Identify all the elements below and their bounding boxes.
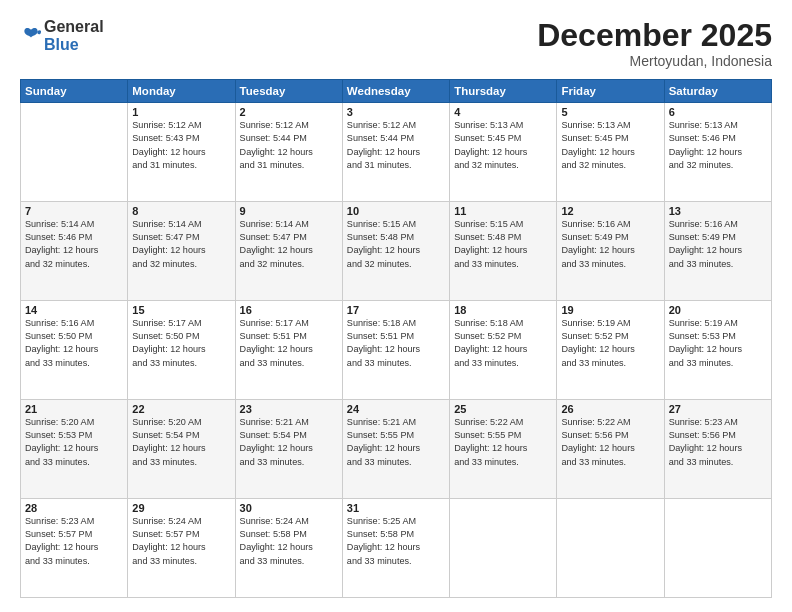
table-row: 13Sunrise: 5:16 AMSunset: 5:49 PMDayligh… xyxy=(664,202,771,301)
table-row: 26Sunrise: 5:22 AMSunset: 5:56 PMDayligh… xyxy=(557,400,664,499)
logo: General Blue xyxy=(20,18,104,54)
col-monday: Monday xyxy=(128,80,235,103)
day-info: Sunrise: 5:20 AMSunset: 5:54 PMDaylight:… xyxy=(132,416,230,469)
day-number: 5 xyxy=(561,106,659,118)
day-number: 28 xyxy=(25,502,123,514)
table-row: 1Sunrise: 5:12 AMSunset: 5:43 PMDaylight… xyxy=(128,103,235,202)
col-tuesday: Tuesday xyxy=(235,80,342,103)
table-row: 12Sunrise: 5:16 AMSunset: 5:49 PMDayligh… xyxy=(557,202,664,301)
day-info: Sunrise: 5:22 AMSunset: 5:56 PMDaylight:… xyxy=(561,416,659,469)
table-row xyxy=(557,499,664,598)
table-row: 7Sunrise: 5:14 AMSunset: 5:46 PMDaylight… xyxy=(21,202,128,301)
day-info: Sunrise: 5:16 AMSunset: 5:49 PMDaylight:… xyxy=(561,218,659,271)
table-row: 18Sunrise: 5:18 AMSunset: 5:52 PMDayligh… xyxy=(450,301,557,400)
day-number: 16 xyxy=(240,304,338,316)
day-info: Sunrise: 5:13 AMSunset: 5:45 PMDaylight:… xyxy=(454,119,552,172)
table-row: 4Sunrise: 5:13 AMSunset: 5:45 PMDaylight… xyxy=(450,103,557,202)
day-number: 7 xyxy=(25,205,123,217)
day-info: Sunrise: 5:25 AMSunset: 5:58 PMDaylight:… xyxy=(347,515,445,568)
day-number: 31 xyxy=(347,502,445,514)
day-info: Sunrise: 5:16 AMSunset: 5:50 PMDaylight:… xyxy=(25,317,123,370)
day-number: 22 xyxy=(132,403,230,415)
col-wednesday: Wednesday xyxy=(342,80,449,103)
table-row: 11Sunrise: 5:15 AMSunset: 5:48 PMDayligh… xyxy=(450,202,557,301)
table-row: 31Sunrise: 5:25 AMSunset: 5:58 PMDayligh… xyxy=(342,499,449,598)
day-number: 9 xyxy=(240,205,338,217)
table-row: 14Sunrise: 5:16 AMSunset: 5:50 PMDayligh… xyxy=(21,301,128,400)
day-number: 10 xyxy=(347,205,445,217)
day-number: 4 xyxy=(454,106,552,118)
day-info: Sunrise: 5:24 AMSunset: 5:58 PMDaylight:… xyxy=(240,515,338,568)
logo-bird-icon xyxy=(20,25,42,47)
table-row: 22Sunrise: 5:20 AMSunset: 5:54 PMDayligh… xyxy=(128,400,235,499)
col-saturday: Saturday xyxy=(664,80,771,103)
table-row: 20Sunrise: 5:19 AMSunset: 5:53 PMDayligh… xyxy=(664,301,771,400)
col-thursday: Thursday xyxy=(450,80,557,103)
table-row: 5Sunrise: 5:13 AMSunset: 5:45 PMDaylight… xyxy=(557,103,664,202)
day-number: 15 xyxy=(132,304,230,316)
header-row: Sunday Monday Tuesday Wednesday Thursday… xyxy=(21,80,772,103)
table-row: 10Sunrise: 5:15 AMSunset: 5:48 PMDayligh… xyxy=(342,202,449,301)
day-info: Sunrise: 5:21 AMSunset: 5:55 PMDaylight:… xyxy=(347,416,445,469)
day-number: 12 xyxy=(561,205,659,217)
table-row: 27Sunrise: 5:23 AMSunset: 5:56 PMDayligh… xyxy=(664,400,771,499)
week-row-3: 21Sunrise: 5:20 AMSunset: 5:53 PMDayligh… xyxy=(21,400,772,499)
day-info: Sunrise: 5:24 AMSunset: 5:57 PMDaylight:… xyxy=(132,515,230,568)
day-info: Sunrise: 5:13 AMSunset: 5:45 PMDaylight:… xyxy=(561,119,659,172)
table-row: 23Sunrise: 5:21 AMSunset: 5:54 PMDayligh… xyxy=(235,400,342,499)
day-number: 25 xyxy=(454,403,552,415)
table-row: 9Sunrise: 5:14 AMSunset: 5:47 PMDaylight… xyxy=(235,202,342,301)
day-number: 29 xyxy=(132,502,230,514)
table-row: 15Sunrise: 5:17 AMSunset: 5:50 PMDayligh… xyxy=(128,301,235,400)
table-row xyxy=(664,499,771,598)
table-row: 30Sunrise: 5:24 AMSunset: 5:58 PMDayligh… xyxy=(235,499,342,598)
day-number: 23 xyxy=(240,403,338,415)
day-number: 2 xyxy=(240,106,338,118)
day-info: Sunrise: 5:21 AMSunset: 5:54 PMDaylight:… xyxy=(240,416,338,469)
table-row: 8Sunrise: 5:14 AMSunset: 5:47 PMDaylight… xyxy=(128,202,235,301)
col-sunday: Sunday xyxy=(21,80,128,103)
day-number: 19 xyxy=(561,304,659,316)
table-row: 24Sunrise: 5:21 AMSunset: 5:55 PMDayligh… xyxy=(342,400,449,499)
table-row: 3Sunrise: 5:12 AMSunset: 5:44 PMDaylight… xyxy=(342,103,449,202)
day-info: Sunrise: 5:12 AMSunset: 5:44 PMDaylight:… xyxy=(347,119,445,172)
day-info: Sunrise: 5:14 AMSunset: 5:46 PMDaylight:… xyxy=(25,218,123,271)
day-info: Sunrise: 5:23 AMSunset: 5:56 PMDaylight:… xyxy=(669,416,767,469)
day-info: Sunrise: 5:12 AMSunset: 5:43 PMDaylight:… xyxy=(132,119,230,172)
table-row: 6Sunrise: 5:13 AMSunset: 5:46 PMDaylight… xyxy=(664,103,771,202)
calendar-table: Sunday Monday Tuesday Wednesday Thursday… xyxy=(20,79,772,598)
day-info: Sunrise: 5:20 AMSunset: 5:53 PMDaylight:… xyxy=(25,416,123,469)
day-number: 24 xyxy=(347,403,445,415)
day-number: 11 xyxy=(454,205,552,217)
day-info: Sunrise: 5:23 AMSunset: 5:57 PMDaylight:… xyxy=(25,515,123,568)
day-info: Sunrise: 5:17 AMSunset: 5:50 PMDaylight:… xyxy=(132,317,230,370)
day-number: 20 xyxy=(669,304,767,316)
day-info: Sunrise: 5:18 AMSunset: 5:52 PMDaylight:… xyxy=(454,317,552,370)
logo-blue-text: Blue xyxy=(44,36,79,53)
table-row xyxy=(21,103,128,202)
day-number: 30 xyxy=(240,502,338,514)
table-row: 21Sunrise: 5:20 AMSunset: 5:53 PMDayligh… xyxy=(21,400,128,499)
day-number: 21 xyxy=(25,403,123,415)
day-info: Sunrise: 5:18 AMSunset: 5:51 PMDaylight:… xyxy=(347,317,445,370)
day-info: Sunrise: 5:17 AMSunset: 5:51 PMDaylight:… xyxy=(240,317,338,370)
week-row-4: 28Sunrise: 5:23 AMSunset: 5:57 PMDayligh… xyxy=(21,499,772,598)
day-number: 1 xyxy=(132,106,230,118)
day-number: 6 xyxy=(669,106,767,118)
page: General Blue December 2025 Mertoyudan, I… xyxy=(0,0,792,612)
day-number: 27 xyxy=(669,403,767,415)
day-info: Sunrise: 5:15 AMSunset: 5:48 PMDaylight:… xyxy=(347,218,445,271)
title-block: December 2025 Mertoyudan, Indonesia xyxy=(537,18,772,69)
table-row: 16Sunrise: 5:17 AMSunset: 5:51 PMDayligh… xyxy=(235,301,342,400)
week-row-2: 14Sunrise: 5:16 AMSunset: 5:50 PMDayligh… xyxy=(21,301,772,400)
table-row: 29Sunrise: 5:24 AMSunset: 5:57 PMDayligh… xyxy=(128,499,235,598)
day-info: Sunrise: 5:14 AMSunset: 5:47 PMDaylight:… xyxy=(240,218,338,271)
table-row: 25Sunrise: 5:22 AMSunset: 5:55 PMDayligh… xyxy=(450,400,557,499)
day-number: 17 xyxy=(347,304,445,316)
week-row-1: 7Sunrise: 5:14 AMSunset: 5:46 PMDaylight… xyxy=(21,202,772,301)
header: General Blue December 2025 Mertoyudan, I… xyxy=(20,18,772,69)
table-row: 19Sunrise: 5:19 AMSunset: 5:52 PMDayligh… xyxy=(557,301,664,400)
day-info: Sunrise: 5:12 AMSunset: 5:44 PMDaylight:… xyxy=(240,119,338,172)
col-friday: Friday xyxy=(557,80,664,103)
logo-general-text: General xyxy=(44,18,104,35)
